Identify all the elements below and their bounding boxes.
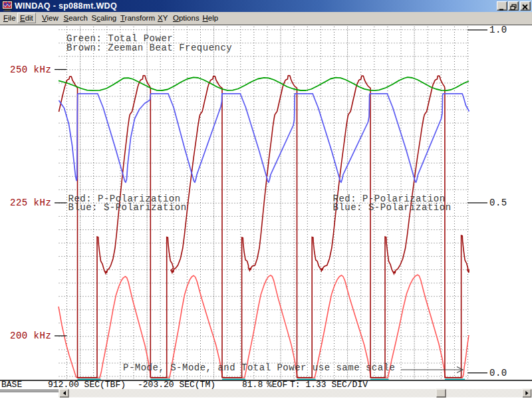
svg-text:-203.20 SEC(TM): -203.20 SEC(TM) xyxy=(138,380,215,390)
svg-text:1.0: 1.0 xyxy=(489,25,507,35)
svg-text:81.8: 81.8 xyxy=(242,380,263,390)
svg-text:P-Mode, S-Mode, and Total Powe: P-Mode, S-Mode, and Total Power use same… xyxy=(123,362,395,373)
svg-text:Blue: S-Polarization: Blue: S-Polarization xyxy=(333,202,452,213)
svg-text:Blue: S-Polarization: Blue: S-Polarization xyxy=(68,202,187,213)
svg-text:%EOF: %EOF xyxy=(267,380,287,390)
svg-text:Green: Total Power: Green: Total Power xyxy=(66,33,173,44)
svg-text:912.00 SEC(TBF): 912.00 SEC(TBF) xyxy=(48,380,126,390)
svg-text:200 kHz: 200 kHz xyxy=(10,331,51,341)
svg-text:Brown: Zeeman Beat Frequency: Brown: Zeeman Beat Frequency xyxy=(66,43,232,53)
svg-text:T: 1.33 SEC/DIV: T: 1.33 SEC/DIV xyxy=(290,380,368,390)
svg-text:0.0: 0.0 xyxy=(489,368,507,378)
svg-text:0.5: 0.5 xyxy=(489,198,507,208)
svg-text:BASE: BASE xyxy=(1,380,22,390)
svg-text:250 kHz: 250 kHz xyxy=(10,65,51,75)
svg-text:225 kHz: 225 kHz xyxy=(10,198,51,208)
